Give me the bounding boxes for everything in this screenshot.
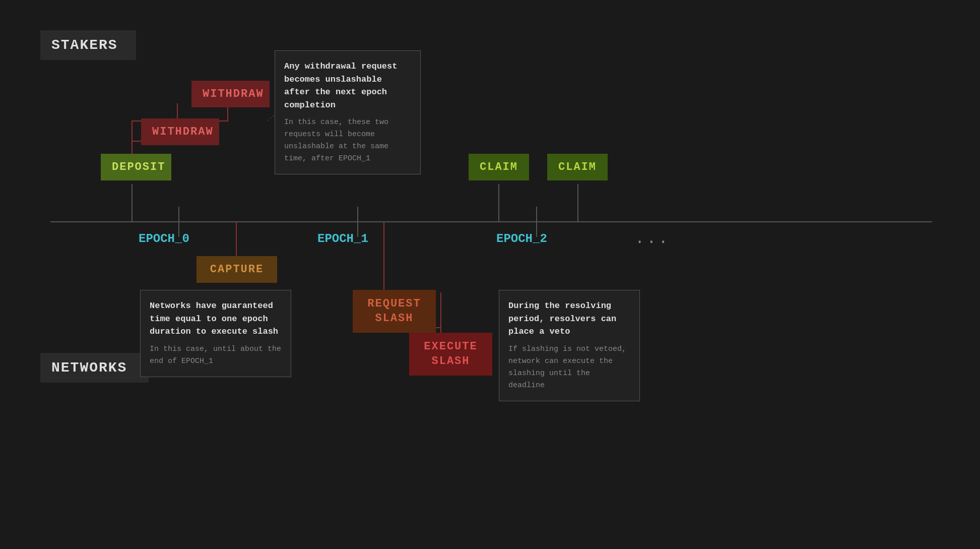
capture-button[interactable]: CAPTURE	[197, 256, 277, 283]
deposit-button[interactable]: DEPOSIT	[101, 154, 171, 180]
withdraw2-button[interactable]: WITHDRAW	[141, 118, 219, 145]
connector-lines	[0, 0, 980, 549]
epoch2-label: EPOCH_2	[496, 232, 547, 246]
ellipsis: ...	[635, 229, 670, 248]
epoch0-label: EPOCH_0	[139, 232, 189, 246]
capture-tooltip: Networks have guaranteed time equal to o…	[140, 290, 291, 377]
claim2-button[interactable]: CLAIM	[547, 154, 608, 180]
request-slash-button[interactable]: REQUEST SLASH	[353, 290, 436, 333]
execute-slash-button[interactable]: EXECUTE SLASH	[409, 333, 492, 376]
stakers-label: STAKERS	[40, 30, 136, 60]
networks-label: NETWORKS	[40, 353, 149, 383]
resolving-tooltip: During the resolving period, resolvers c…	[499, 290, 640, 401]
epoch1-label: EPOCH_1	[317, 232, 368, 246]
claim1-button[interactable]: CLAIM	[469, 154, 529, 180]
withdrawal-tooltip: Any withdrawal request becomes unslashab…	[275, 50, 421, 174]
withdraw1-button[interactable]: WITHDRAW	[191, 81, 270, 107]
diagram: STAKERS NETWORKS DEPOSIT WITHDRAW WITHDR…	[0, 0, 980, 549]
